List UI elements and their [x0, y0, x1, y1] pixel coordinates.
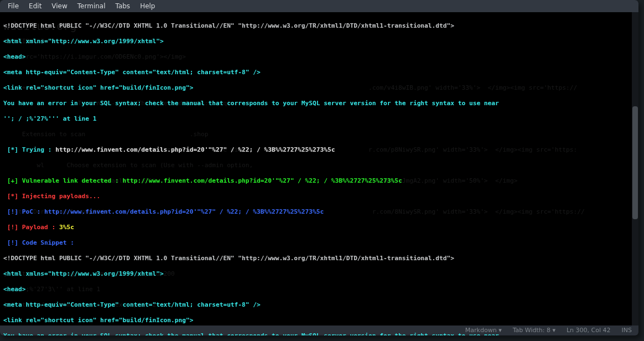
- html-ns-line-2: <html xmlns="http://www.w3.org/1999/xhtm…: [3, 270, 627, 278]
- html-ns-line: <html xmlns="http://www.w3.org/1999/xhtm…: [3, 38, 627, 45]
- poc-line-1: [!] PoC : http://www.finvent.com/details…: [3, 208, 627, 216]
- menu-help[interactable]: Help: [136, 1, 159, 11]
- vertical-scrollbar[interactable]: [632, 12, 638, 326]
- link-line-2: <link rel="shortcut icon" href="build/fi…: [3, 317, 627, 324]
- doctype-line: <!DOCTYPE html PUBLIC "-//W3C//DTD XHTML…: [3, 22, 627, 30]
- menu-view[interactable]: View: [47, 1, 71, 11]
- sql-error-tail: ''; / ;%'27%''' at line 1: [3, 115, 627, 123]
- snippet-line: [!] Code Snippet :: [3, 239, 627, 247]
- menu-edit[interactable]: Edit: [24, 1, 46, 11]
- head-line-2: <head>: [3, 286, 627, 293]
- menu-tabs[interactable]: Tabs: [111, 1, 135, 11]
- injecting-line: [*] Injecting payloads...: [3, 193, 627, 200]
- terminal-output[interactable]: <!DOCTYPE html PUBLIC "-//W3C//DTD XHTML…: [0, 12, 631, 335]
- sql-error-line: You have an error in your SQL syntax; ch…: [3, 100, 627, 107]
- link-line: <link rel="shortcut icon" href="build/fi…: [3, 84, 627, 92]
- payload-line-1: [!] Payload : 3%5c: [3, 224, 627, 231]
- meta-line: <meta http-equiv="Content-Type" content=…: [3, 69, 627, 76]
- head-line: <head>: [3, 53, 627, 61]
- doctype-line-2: <!DOCTYPE html PUBLIC "-//W3C//DTD XHTML…: [3, 255, 627, 262]
- menu-file[interactable]: File: [3, 1, 23, 11]
- meta-line-2: <meta http-equiv="Content-Type" content=…: [3, 301, 627, 309]
- terminal-window: File Edit View Terminal Tabs Help wdaitu…: [0, 0, 638, 335]
- vulnerable-line-1: [+] Vulnerable link detected : http://ww…: [3, 177, 627, 185]
- scrollbar-thumb[interactable]: [632, 106, 638, 219]
- menu-terminal[interactable]: Terminal: [73, 1, 110, 11]
- sql-error-line-2: You have an error in your SQL syntax; ch…: [3, 332, 627, 335]
- menubar: File Edit View Terminal Tabs Help: [0, 0, 638, 12]
- trying-line-1: [*] Trying : http://www.finvent.com/deta…: [3, 146, 627, 154]
